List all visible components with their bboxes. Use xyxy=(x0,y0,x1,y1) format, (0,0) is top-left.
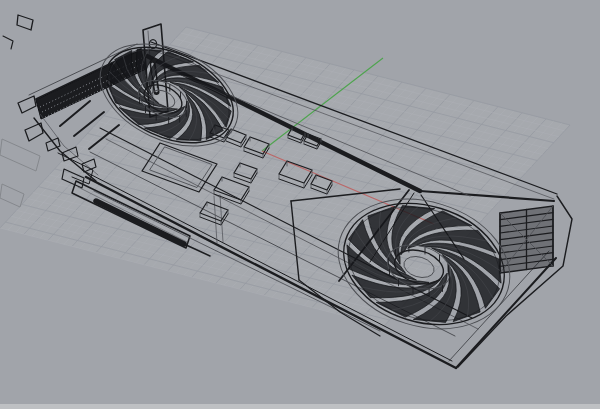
viewport-canvas[interactable] xyxy=(0,0,600,409)
viewport-bottom-edge xyxy=(0,404,600,409)
cad-viewport[interactable] xyxy=(0,0,600,409)
